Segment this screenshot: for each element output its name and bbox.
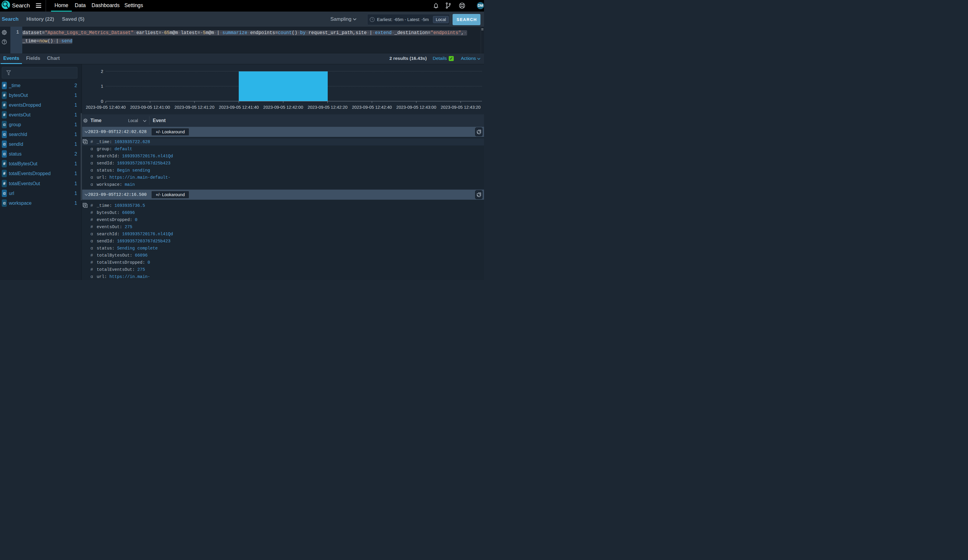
svg-text:2023-09-05 12:41:20: 2023-09-05 12:41:20 <box>174 105 214 110</box>
svg-text:2023-09-05 12:42:00: 2023-09-05 12:42:00 <box>264 105 303 110</box>
svg-text:2023-09-05 12:40:40: 2023-09-05 12:40:40 <box>86 105 126 110</box>
svg-text:2023-09-05 12:43:00: 2023-09-05 12:43:00 <box>396 105 436 110</box>
svg-text:2023-09-05 12:41:00: 2023-09-05 12:41:00 <box>130 105 170 110</box>
svg-text:0: 0 <box>101 99 103 104</box>
svg-text:1: 1 <box>101 84 103 89</box>
svg-text:2023-09-05 12:42:20: 2023-09-05 12:42:20 <box>308 105 348 110</box>
svg-text:2023-09-05 12:42:40: 2023-09-05 12:42:40 <box>352 105 392 110</box>
svg-text:2023-09-05 12:43:20: 2023-09-05 12:43:20 <box>441 105 481 110</box>
svg-text:2: 2 <box>101 69 103 74</box>
svg-text:2023-09-05 12:41:40: 2023-09-05 12:41:40 <box>219 105 259 110</box>
